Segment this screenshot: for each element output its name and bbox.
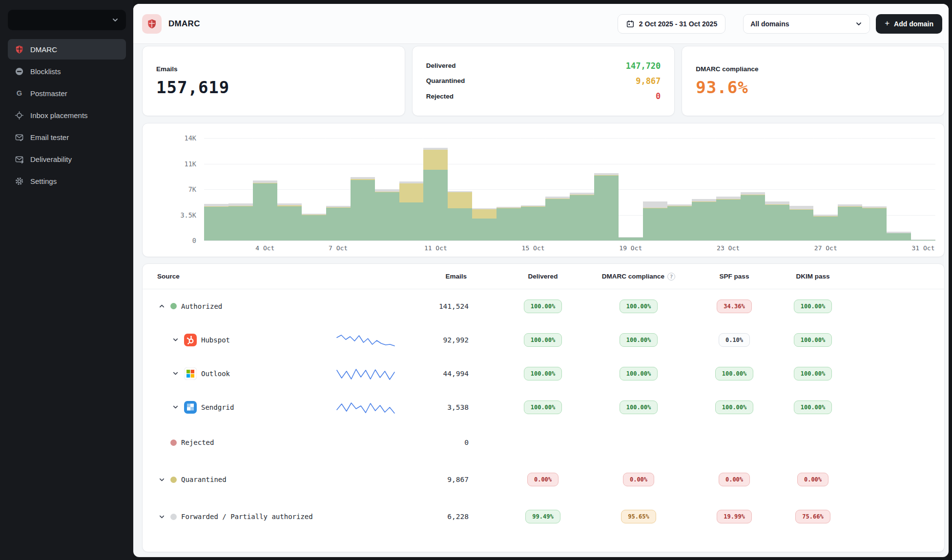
spf-pass-badge: 0.00% bbox=[719, 473, 750, 486]
bar-segment-quarantined bbox=[399, 183, 424, 202]
chevron-down-icon[interactable] bbox=[171, 336, 180, 344]
sidebar-item-deliverability[interactable]: Deliverability bbox=[8, 149, 126, 169]
svg-text:G: G bbox=[16, 89, 21, 97]
dmarc-compliance-badge: 95.65% bbox=[621, 510, 656, 523]
emails-total: 157,619 bbox=[156, 78, 391, 97]
plus-icon: + bbox=[885, 19, 890, 28]
bar-6-oct bbox=[302, 138, 326, 240]
emails-card: Emails 157,619 bbox=[142, 46, 405, 116]
bar-segment-delivered bbox=[619, 238, 643, 240]
bar-27-oct bbox=[813, 138, 838, 240]
dmarc-compliance-cell: 0.00% bbox=[591, 473, 686, 486]
dmarc-compliance-badge: 100.00% bbox=[620, 333, 658, 347]
sidebar-item-email-tester[interactable]: Email tester bbox=[8, 127, 126, 147]
status-dot bbox=[170, 477, 177, 483]
spf-pass-cell: 100.00% bbox=[686, 367, 782, 380]
col-source: Source bbox=[157, 273, 334, 280]
chevron-down-icon bbox=[855, 20, 863, 28]
dkim-pass-badge: 100.00% bbox=[794, 300, 832, 313]
table-row-authorized[interactable]: Authorized141,524100.00%100.00%34.36%100… bbox=[143, 289, 944, 323]
chevron-down-icon[interactable] bbox=[171, 369, 180, 378]
table-row-sendgrid[interactable]: Sendgrid3,538100.00%100.00%100.00%100.00… bbox=[143, 390, 944, 424]
delivery-label: Quarantined bbox=[426, 77, 465, 84]
x-tick-label: 7 Oct bbox=[329, 244, 348, 252]
page-title: DMARC bbox=[168, 19, 200, 29]
bar-8-oct bbox=[351, 138, 375, 240]
chevron-up-icon[interactable] bbox=[157, 302, 166, 311]
delivery-value: 9,867 bbox=[636, 76, 661, 86]
gridline bbox=[204, 240, 935, 241]
sidebar-item-inbox-placements[interactable]: Inbox placements bbox=[8, 105, 126, 125]
table-row-forwarded[interactable]: Forwarded / Partially authorized6,22899.… bbox=[143, 498, 944, 535]
spf-pass-cell: 34.36% bbox=[686, 300, 782, 313]
bar-20-oct bbox=[643, 138, 667, 240]
bar-2-oct bbox=[204, 138, 228, 240]
bar-segment-delivered bbox=[277, 206, 302, 241]
bar-segment-delivered bbox=[204, 207, 228, 240]
table-row-rejected: Rejected0 bbox=[143, 424, 944, 461]
bar-segment-delivered bbox=[643, 208, 667, 240]
col-delivered: Delivered bbox=[495, 273, 591, 280]
main-panel: DMARC 2 Oct 2025 - 31 Oct 2025 All domai… bbox=[133, 4, 949, 557]
dmarc-compliance-cell: 100.00% bbox=[591, 400, 686, 414]
bar-segment-delivered bbox=[570, 195, 594, 240]
sendgrid-icon bbox=[184, 401, 197, 414]
x-tick-label: 23 Oct bbox=[717, 244, 740, 252]
table-row-quarantined[interactable]: Quarantined9,8670.00%0.00%0.00%0.00% bbox=[143, 461, 944, 498]
emails-value: 44,994 bbox=[397, 370, 472, 378]
bar-7-oct bbox=[326, 138, 351, 240]
source-label: Quarantined bbox=[181, 476, 227, 483]
blocklist-icon bbox=[14, 66, 24, 76]
bar-25-oct bbox=[765, 138, 789, 240]
col-dkim-pass: DKIM pass bbox=[782, 273, 844, 280]
bar-30-oct bbox=[887, 138, 911, 240]
sidebar-item-dmarc[interactable]: DMARC bbox=[8, 39, 126, 60]
delivered-cell: 99.49% bbox=[495, 510, 591, 523]
table-row-hubspot[interactable]: Hubspot92,992100.00%100.00%0.10%100.00% bbox=[143, 323, 944, 357]
spf-pass-badge: 34.36% bbox=[717, 300, 751, 313]
sidebar-item-blocklists[interactable]: Blocklists bbox=[8, 61, 126, 81]
bar-segment-delivered bbox=[813, 217, 838, 241]
y-tick-label: 11K bbox=[185, 160, 196, 168]
bar-segment-delivered bbox=[375, 192, 399, 240]
dmarc-compliance-badge: 0.00% bbox=[623, 473, 654, 486]
bar-segment-delivered bbox=[351, 180, 375, 241]
domain-filter-value: All domains bbox=[750, 20, 789, 28]
sources-table: Source Emails Delivered DMARC compliance… bbox=[142, 263, 945, 552]
domain-filter-select[interactable]: All domains bbox=[743, 14, 870, 34]
x-tick-label: 31 Oct bbox=[912, 244, 935, 252]
sidebar-item-settings[interactable]: Settings bbox=[8, 171, 126, 191]
bar-9-oct bbox=[375, 138, 399, 240]
dkim-pass-cell: 100.00% bbox=[782, 300, 844, 313]
dmarc-compliance-cell: 100.00% bbox=[591, 333, 686, 347]
dmarc-compliance-badge: 100.00% bbox=[620, 400, 658, 414]
add-domain-button[interactable]: + Add domain bbox=[876, 14, 942, 34]
bar-segment-delivered bbox=[911, 240, 935, 241]
sidebar-item-postmaster[interactable]: GPostmaster bbox=[8, 83, 126, 103]
source-cell: Outlook bbox=[157, 367, 334, 380]
bar-segment-quarantined bbox=[448, 192, 472, 208]
table-row-outlook[interactable]: Outlook44,994100.00%100.00%100.00%100.00… bbox=[143, 357, 944, 390]
bar-segment-delivered bbox=[887, 233, 911, 240]
x-tick-label: 4 Oct bbox=[255, 244, 274, 252]
x-tick-label: 11 Oct bbox=[424, 244, 447, 252]
workspace-selector[interactable] bbox=[8, 10, 126, 30]
spf-pass-badge: 100.00% bbox=[715, 367, 754, 380]
chevron-down-icon[interactable] bbox=[157, 475, 166, 484]
bar-18-oct bbox=[594, 138, 619, 240]
source-label: Outlook bbox=[201, 370, 230, 378]
spf-pass-cell: 100.00% bbox=[686, 400, 782, 414]
sidebar-item-label: Inbox placements bbox=[30, 111, 88, 120]
dmarc-compliance-cell: 100.00% bbox=[591, 300, 686, 313]
bar-19-oct bbox=[619, 138, 643, 240]
spf-pass-cell: 0.00% bbox=[686, 473, 782, 486]
x-tick-label: 19 Oct bbox=[619, 244, 642, 252]
delivery-label: Delivered bbox=[426, 62, 456, 69]
chevron-down-icon[interactable] bbox=[171, 403, 180, 412]
date-range-button[interactable]: 2 Oct 2025 - 31 Oct 2025 bbox=[618, 14, 725, 34]
chevron-down-icon[interactable] bbox=[157, 512, 166, 521]
y-tick-label: 0 bbox=[192, 237, 196, 244]
emails-value: 6,228 bbox=[397, 513, 472, 520]
table-header-row: Source Emails Delivered DMARC compliance… bbox=[143, 264, 944, 289]
help-icon[interactable]: ? bbox=[667, 273, 675, 280]
